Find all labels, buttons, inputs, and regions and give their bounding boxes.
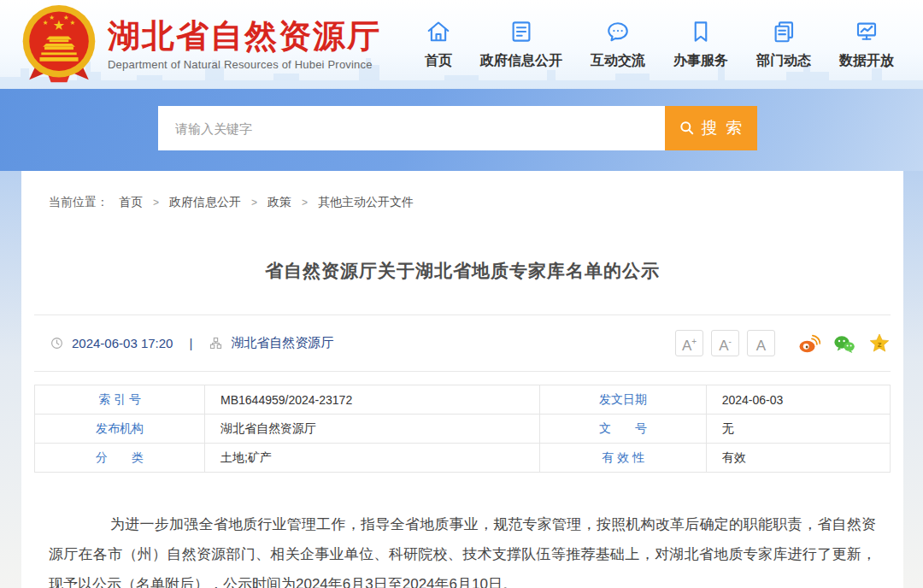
chat-bubble-icon bbox=[605, 19, 631, 44]
nav-label: 政府信息公开 bbox=[480, 52, 562, 70]
font-increase-button[interactable]: A+ bbox=[675, 330, 703, 356]
issue-date-label: 发文日期 bbox=[540, 385, 706, 415]
source-name[interactable]: 湖北省自然资源厅 bbox=[231, 335, 333, 351]
breadcrumb-item-other-public-files[interactable]: 其他主动公开文件 bbox=[318, 195, 414, 210]
weibo-icon[interactable] bbox=[798, 332, 820, 355]
search-button[interactable]: 搜 索 bbox=[665, 106, 757, 150]
breadcrumb-separator: > bbox=[251, 197, 257, 209]
document-icon bbox=[509, 19, 534, 44]
article-meta-left: 2024-06-03 17:20 | 湖北省自然资源厅 bbox=[50, 335, 333, 351]
article-body-paragraph: 为进一步加强全省地质行业管理工作，指导全省地质事业，规范专家管理，按照机构改革后… bbox=[49, 509, 876, 588]
article-meta-right: A+ A- A bbox=[675, 330, 891, 356]
site-title: 湖北省自然资源厅 bbox=[108, 18, 381, 56]
banner: 搜 索 bbox=[0, 89, 923, 171]
nav-item-services[interactable]: 办事服务 bbox=[673, 19, 728, 70]
search-button-label: 搜 索 bbox=[702, 117, 744, 139]
table-row: 分 类 土地;矿产 有 效 性 有效 bbox=[35, 444, 891, 473]
font-reset-button[interactable]: A bbox=[747, 330, 775, 356]
issuing-agency-value: 湖北省自然资源厅 bbox=[205, 415, 540, 444]
breadcrumb-item-home[interactable]: 首页 bbox=[119, 195, 143, 210]
national-emblem-logo: ★ ★ ★ ★ ★ bbox=[19, 4, 99, 85]
nav-item-open-data[interactable]: 数据开放 bbox=[839, 19, 894, 70]
table-row: 索 引 号 MB1644959/2024-23172 发文日期 2024-06-… bbox=[35, 385, 891, 415]
validity-label: 有 效 性 bbox=[540, 444, 706, 473]
nav-label: 互动交流 bbox=[591, 52, 645, 70]
qzone-star-icon[interactable]: z bbox=[868, 332, 891, 355]
share-icons: z bbox=[798, 332, 891, 355]
svg-text:★: ★ bbox=[43, 19, 49, 26]
breadcrumb-separator: > bbox=[153, 197, 159, 209]
search-icon bbox=[679, 120, 696, 137]
nav-item-department-news[interactable]: 部门动态 bbox=[756, 19, 811, 70]
issuing-agency-label: 发布机构 bbox=[35, 415, 205, 444]
source-org-icon bbox=[209, 336, 223, 350]
site-header: ★ ★ ★ ★ ★ 湖北省自然资源厅 Department of Natural… bbox=[0, 0, 923, 89]
nav-item-interaction[interactable]: 互动交流 bbox=[591, 19, 645, 70]
index-number-label: 索 引 号 bbox=[35, 385, 205, 415]
nav-label: 数据开放 bbox=[839, 52, 894, 70]
nav-item-home[interactable]: 首页 bbox=[425, 19, 452, 70]
search-bar: 搜 索 bbox=[158, 106, 757, 150]
divider bbox=[34, 371, 891, 372]
article-title: 省自然资源厅关于湖北省地质专家库名单的公示 bbox=[21, 259, 903, 283]
document-number-value: 无 bbox=[706, 415, 890, 444]
svg-text:z: z bbox=[878, 339, 882, 349]
page: ★ ★ ★ ★ ★ 湖北省自然资源厅 Department of Natural… bbox=[0, 0, 923, 588]
breadcrumb: 当前位置： 首页 > 政府信息公开 > 政策 > 其他主动公开文件 bbox=[49, 195, 414, 210]
nav-label: 首页 bbox=[425, 52, 452, 70]
home-icon bbox=[426, 19, 451, 44]
content-card: 当前位置： 首页 > 政府信息公开 > 政策 > 其他主动公开文件 省自然资源厅… bbox=[21, 171, 903, 588]
svg-text:★: ★ bbox=[63, 14, 69, 21]
svg-text:★: ★ bbox=[49, 14, 55, 21]
site-titles: 湖北省自然资源厅 Department of Natural Resources… bbox=[108, 18, 381, 71]
bookmark-icon bbox=[688, 19, 714, 44]
font-decrease-button[interactable]: A- bbox=[711, 330, 739, 356]
nav-label: 部门动态 bbox=[756, 52, 811, 70]
monitor-chart-icon bbox=[854, 19, 879, 44]
svg-text:★: ★ bbox=[70, 19, 76, 26]
validity-value: 有效 bbox=[706, 444, 890, 473]
site-subtitle: Department of Natural Resources of Hubei… bbox=[108, 58, 381, 71]
clock-icon bbox=[50, 336, 64, 350]
main-nav: 首页 政府信息公开 互动交流 办事服务 bbox=[425, 19, 894, 70]
nav-item-gov-info[interactable]: 政府信息公开 bbox=[480, 19, 562, 70]
category-label: 分 类 bbox=[35, 444, 205, 473]
publish-time: 2024-06-03 17:20 bbox=[72, 336, 173, 350]
logo-title-group: ★ ★ ★ ★ ★ 湖北省自然资源厅 Department of Natural… bbox=[19, 4, 381, 85]
breadcrumb-separator: > bbox=[302, 197, 308, 209]
nav-label: 办事服务 bbox=[673, 52, 728, 70]
search-input[interactable] bbox=[158, 106, 665, 150]
category-value: 土地;矿产 bbox=[205, 444, 540, 473]
meta-separator: | bbox=[189, 336, 192, 350]
table-row: 发布机构 湖北省自然资源厅 文 号 无 bbox=[35, 415, 891, 444]
index-number-value: MB1644959/2024-23172 bbox=[205, 385, 540, 415]
breadcrumb-prefix: 当前位置： bbox=[49, 195, 109, 210]
document-number-label: 文 号 bbox=[540, 415, 706, 444]
breadcrumb-item-policy[interactable]: 政策 bbox=[267, 195, 291, 210]
article-meta-row: 2024-06-03 17:20 | 湖北省自然资源厅 A+ A- A bbox=[34, 315, 891, 371]
document-info-table: 索 引 号 MB1644959/2024-23172 发文日期 2024-06-… bbox=[34, 385, 891, 473]
wechat-icon[interactable] bbox=[833, 332, 855, 355]
issue-date-value: 2024-06-03 bbox=[706, 385, 890, 415]
breadcrumb-item-gov-info[interactable]: 政府信息公开 bbox=[169, 195, 241, 210]
stacked-pages-icon bbox=[771, 19, 797, 44]
